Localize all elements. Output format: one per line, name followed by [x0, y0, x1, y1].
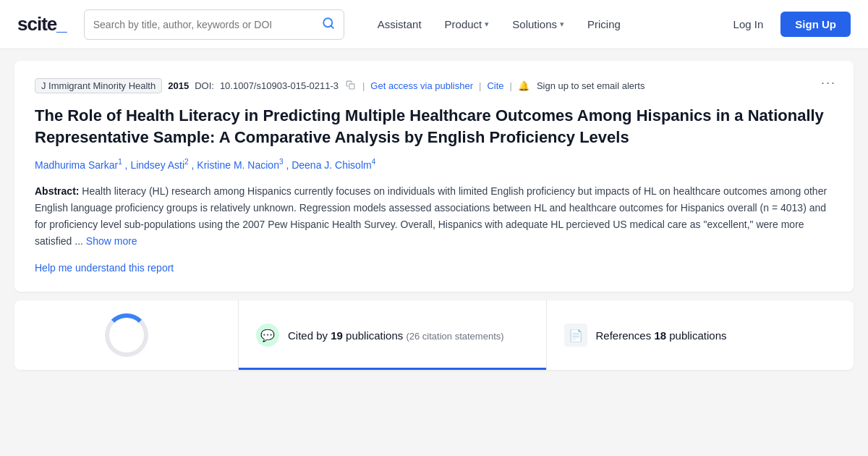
svg-line-1	[331, 25, 333, 28]
nav-item-assistant[interactable]: Assistant	[367, 12, 432, 36]
abstract-text: Abstract: Health literacy (HL) research …	[35, 183, 833, 250]
nav-links: Assistant Product ▾ Solutions ▾ Pricing	[367, 12, 710, 36]
abstract-body: Health literacy (HL) research among Hisp…	[35, 185, 827, 247]
bell-icon: 🔔	[518, 80, 529, 91]
site-logo[interactable]: scite_	[17, 13, 67, 35]
nav-item-product[interactable]: Product ▾	[435, 12, 500, 36]
cited-text-block: Cited by 19 publications (26 citation st…	[288, 329, 504, 342]
alert-text: Sign up to set email alerts	[537, 80, 645, 91]
chevron-down-icon: ▾	[485, 20, 489, 29]
cited-statements: (26 citation statements)	[406, 331, 503, 342]
chart-loading-area	[14, 300, 239, 370]
nav-item-pricing[interactable]: Pricing	[577, 12, 631, 36]
bottom-row: 💬 Cited by 19 publications (26 citation …	[14, 300, 854, 370]
navbar: scite_ Assistant Product ▾ Solutions ▾ P…	[0, 0, 868, 49]
help-understand-link[interactable]: Help me understand this report	[35, 262, 174, 274]
more-options-button[interactable]: ···	[821, 75, 836, 90]
search-bar[interactable]	[84, 9, 344, 40]
article-doi: 10.1007/s10903-015-0211-3	[220, 80, 339, 91]
show-more-link[interactable]: Show more	[86, 235, 137, 247]
article-title: The Role of Health Literacy in Predictin…	[35, 105, 833, 148]
access-publisher-link[interactable]: Get access via publisher	[370, 80, 473, 91]
search-input[interactable]	[93, 19, 319, 30]
article-meta: J Immigrant Minority Health 2015 DOI: 10…	[35, 78, 833, 93]
nav-actions: Log In Sign Up	[722, 12, 851, 37]
refs-icon: 📄	[564, 324, 587, 347]
search-icon	[322, 17, 335, 33]
article-doi-label: DOI:	[195, 80, 214, 91]
article-card: ··· J Immigrant Minority Health 2015 DOI…	[14, 61, 854, 292]
copy-icon[interactable]	[346, 80, 355, 92]
cite-link[interactable]: Cite	[487, 80, 503, 91]
author-3[interactable]: Kristine M. Nacion3	[197, 159, 286, 171]
chevron-down-icon: ▾	[560, 20, 564, 29]
active-tab-indicator	[239, 368, 546, 370]
svg-rect-2	[349, 83, 354, 88]
author-4[interactable]: Deena J. Chisolm4	[292, 159, 375, 171]
refs-text-block: References 18 publications	[596, 329, 727, 342]
abstract-label: Abstract:	[35, 185, 79, 197]
author-2[interactable]: Lindsey Asti2	[130, 159, 191, 171]
references-card[interactable]: 📄 References 18 publications	[547, 300, 854, 370]
cited-icon: 💬	[256, 324, 279, 347]
author-1[interactable]: Madhurima Sarkar1	[35, 159, 125, 171]
cited-by-card[interactable]: 💬 Cited by 19 publications (26 citation …	[239, 300, 547, 370]
loading-spinner	[105, 313, 148, 357]
journal-badge: J Immigrant Minority Health	[35, 78, 162, 93]
login-button[interactable]: Log In	[722, 12, 775, 36]
article-year: 2015	[168, 80, 189, 91]
article-authors: Madhurima Sarkar1 , Lindsey Asti2 , Kris…	[35, 156, 833, 173]
cited-by-label: Cited by 19 publications (26 citation st…	[288, 329, 504, 342]
signup-button[interactable]: Sign Up	[780, 12, 851, 37]
main-area: ··· J Immigrant Minority Health 2015 DOI…	[0, 49, 868, 381]
nav-item-solutions[interactable]: Solutions ▾	[502, 12, 574, 36]
